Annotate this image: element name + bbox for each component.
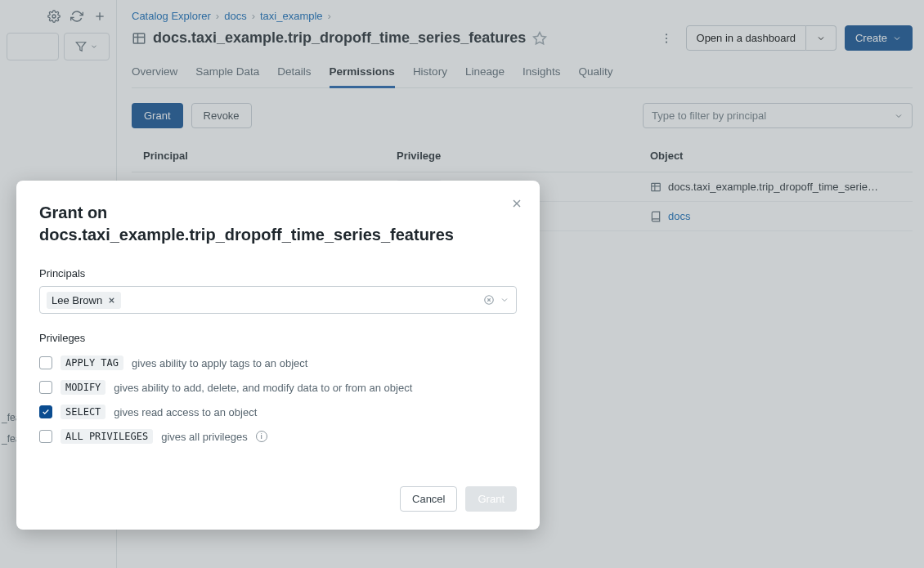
privilege-desc: gives ability to add, delete, and modify… <box>114 382 412 394</box>
privileges-label: Privileges <box>39 332 517 344</box>
checkbox-modify[interactable] <box>39 381 52 394</box>
privilege-desc: gives read access to an object <box>114 406 257 418</box>
clear-all-icon[interactable] <box>483 294 495 306</box>
privilege-row: APPLY TAG gives ability to apply tags to… <box>39 351 517 375</box>
chevron-down-icon[interactable] <box>500 295 509 305</box>
cancel-button[interactable]: Cancel <box>400 486 457 512</box>
privilege-name: APPLY TAG <box>61 356 123 370</box>
remove-chip-icon[interactable] <box>107 296 116 305</box>
grant-modal: Grant on docs.taxi_example.trip_dropoff_… <box>16 181 540 530</box>
privilege-row: SELECT gives read access to an object <box>39 400 517 424</box>
principal-chip-label: Lee Brown <box>52 294 102 306</box>
principal-chip: Lee Brown <box>47 292 121 309</box>
info-icon[interactable]: i <box>256 431 267 442</box>
grant-submit-button[interactable]: Grant <box>465 486 517 512</box>
privilege-name: MODIFY <box>61 380 105 395</box>
checkbox-all-privileges[interactable] <box>39 430 52 443</box>
checkbox-apply-tag[interactable] <box>39 356 52 369</box>
privilege-row: ALL PRIVILEGES gives all privileges i <box>39 424 517 449</box>
privilege-name: SELECT <box>61 405 105 419</box>
privilege-desc: gives ability to apply tags to an object <box>132 357 307 369</box>
principals-select[interactable]: Lee Brown <box>39 286 517 314</box>
close-icon[interactable] <box>507 194 527 213</box>
modal-title: Grant on docs.taxi_example.trip_dropoff_… <box>39 202 517 246</box>
privilege-row: MODIFY gives ability to add, delete, and… <box>39 375 517 400</box>
privilege-name: ALL PRIVILEGES <box>61 429 153 444</box>
checkbox-select[interactable] <box>39 405 52 418</box>
privilege-desc: gives all privileges <box>161 431 248 443</box>
principals-label: Principals <box>39 267 517 280</box>
